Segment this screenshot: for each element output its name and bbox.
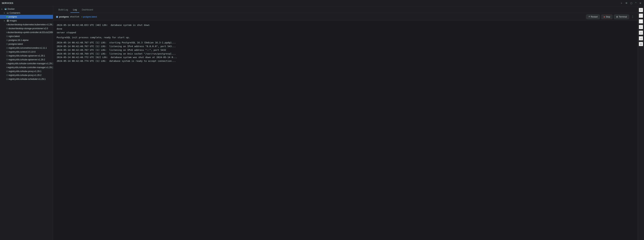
image-name: docker/desktop-kubernetes:kubernetes-v1.… (8, 23, 53, 26)
image-name: registry.k8s.io/kube-apiserver:v1.29.1 (8, 54, 45, 57)
image-name: postgres:latest (8, 43, 23, 45)
image-name: registry.k8s.io/kube-proxy:v1.29.1 (8, 70, 42, 72)
list-item[interactable]: docker/desktop-storage-provisioner:v2.0 (0, 26, 53, 30)
log-line: 2024-05-14 08:42:48.769 UTC [1] LOG: lis… (57, 52, 634, 56)
terminal-label: Terminal (619, 16, 627, 18)
image-dot (6, 51, 8, 52)
terminal-icon: ▤ (616, 16, 618, 18)
eye-button[interactable]: 👁 (624, 2, 628, 5)
sidebar-item-containers[interactable]: 🗂 Containers (0, 11, 53, 15)
log-line: 2024-05-14 08:42:48.767 UTC [1] LOG: lis… (57, 48, 634, 52)
scroll-down-icon[interactable]: ↓ (639, 19, 643, 24)
add-button[interactable]: ＋ (620, 1, 624, 5)
image-dot (6, 78, 8, 80)
expand-button[interactable]: ⬡ (630, 2, 633, 5)
top-bar: Services ＋ 👁 ⬡ ⌃ ✕ (0, 0, 644, 6)
images-icon: 🖼 (7, 20, 9, 22)
image-dot (6, 43, 8, 45)
right-panel: 👁 ↑ ↓ ≡ ⊟ 🖨 🗑 (638, 6, 644, 240)
filter-icon[interactable]: ≡ (639, 25, 643, 30)
list-item[interactable]: nginx:latest (0, 34, 53, 38)
log-line: 2024-05-14 08:42:48.653 UTC [48] LOG: da… (57, 23, 634, 27)
containers-chevron (4, 12, 6, 14)
image-dot (6, 36, 8, 37)
docker-icon: 🐳 (4, 8, 7, 10)
image-dot (6, 59, 8, 60)
log-line: server stopped (57, 31, 634, 34)
list-item[interactable]: registry.k8s.io/kube-scheduler:v1.29.1 (0, 77, 53, 81)
image-name: nginx:latest (8, 35, 20, 38)
more-options-button[interactable]: ⋮ (630, 14, 635, 19)
sidebar-item-postgres[interactable]: postgres (0, 15, 53, 19)
scroll-up-icon[interactable]: ↑ (639, 14, 643, 18)
log-line: 2024-05-14 08:42:48.767 UTC [1] LOG: sta… (57, 41, 634, 44)
container-icon: ▣ (56, 16, 58, 18)
list-item[interactable]: registry.k8s.io/kube-proxy:v1.29.1 (0, 70, 53, 73)
image-name: registry.k8s.io/kube-controller-manager:… (8, 66, 53, 69)
log-area[interactable]: 2024-05-14 08:42:48.653 UTC [48] LOG: da… (53, 20, 638, 240)
image-dot (6, 67, 7, 68)
image-name: docker/desktop-vpnkit-controller:dc331cb… (8, 31, 53, 34)
sidebar: 🐳 Docker 🗂 Containers postgres 🖼 Images … (0, 6, 53, 240)
docker-label: Docker (8, 8, 15, 10)
restart-label: Restart (591, 16, 598, 18)
tab-dashboard[interactable]: Dashboard (79, 7, 96, 13)
tab-build-log[interactable]: Build Log (56, 7, 70, 13)
list-item[interactable]: registry.k8s.io/coredns/coredns:v1.11.1 (0, 46, 53, 50)
list-item[interactable]: registry.k8s.io/kube-controller-manager:… (0, 66, 53, 70)
images-label: Images (10, 20, 17, 22)
containers-label: Containers (10, 12, 20, 14)
image-name: registry.k8s.io/kube-apiserver:v1.29.2 (8, 58, 45, 61)
eye-panel-icon[interactable]: 👁 (639, 8, 643, 12)
trash-icon[interactable]: 🗑 (639, 42, 643, 46)
image-name: registry.k8s.io/kube-scheduler:v1.29.1 (8, 78, 46, 80)
image-dot (6, 24, 7, 25)
image-dot (6, 70, 8, 72)
wrap-icon[interactable]: ⊟ (639, 30, 643, 35)
terminal-button[interactable]: ▤ Terminal (614, 14, 629, 19)
log-line: done (57, 27, 634, 31)
list-item[interactable]: registry.k8s.io/kube-proxy:v1.29.2 (0, 73, 53, 77)
image-dot (6, 32, 7, 33)
list-item[interactable]: postgres:latest (0, 42, 53, 46)
image-name: registry.k8s.io/etcd:3.5.10-0 (8, 50, 36, 53)
sidebar-item-docker[interactable]: 🐳 Docker (0, 7, 53, 11)
header-actions: ↺ Restart ■ Stop ▤ Terminal ⋮ (586, 14, 635, 19)
sidebar-item-images[interactable]: 🖼 Images (0, 19, 53, 23)
image-name: registry.k8s.io/kube-proxy:v1.29.2 (8, 74, 42, 76)
image-dot (6, 63, 7, 64)
list-item[interactable]: registry.k8s.io/kube-apiserver:v1.29.2 (0, 58, 53, 62)
tab-bar: Build Log Log Dashboard (53, 6, 638, 13)
main-layout: 🐳 Docker 🗂 Containers postgres 🖼 Images … (0, 6, 644, 240)
print-icon[interactable]: 🖨 (639, 36, 643, 41)
container-name-group: ▣ postgres a6aa31a6 (56, 16, 79, 18)
top-bar-icons: ＋ 👁 ⬡ ⌃ ✕ (620, 1, 642, 5)
container-tag[interactable]: postgres:latest (82, 16, 97, 18)
list-item[interactable]: registry.k8s.io/kube-apiserver:v1.29.1 (0, 54, 53, 58)
containers-icon: 🗂 (7, 12, 9, 14)
close-button[interactable]: ✕ (639, 2, 642, 5)
list-item[interactable]: docker/desktop-kubernetes:kubernetes-v1.… (0, 23, 53, 26)
list-item[interactable]: docker/desktop-vpnkit-controller:dc331cb… (0, 30, 53, 34)
container-name-label: postgres (59, 16, 69, 18)
tab-log[interactable]: Log (70, 7, 79, 13)
image-name: docker/desktop-storage-provisioner:v2.0 (8, 27, 48, 30)
image-dot (6, 55, 8, 56)
docker-chevron (2, 8, 4, 10)
image-name: postgres:16.1-alpine (8, 39, 28, 42)
container-header: ▣ postgres a6aa31a6 postgres:latest ↺ Re… (53, 13, 638, 20)
list-item[interactable]: postgres:16.1-alpine (0, 38, 53, 42)
log-line: 2024-05-14 08:42:48.772 UTC [62] LOG: da… (57, 56, 634, 59)
list-item[interactable]: registry.k8s.io/kube-controller-manager:… (0, 62, 53, 66)
log-line: PostgreSQL init process complete; ready … (57, 36, 634, 40)
image-dot (6, 74, 8, 76)
restart-button[interactable]: ↺ Restart (586, 14, 600, 19)
collapse-button[interactable]: ⌃ (634, 2, 638, 5)
container-tag-label: postgres:latest (83, 16, 97, 18)
log-line: 2024-05-14 08:42:48.767 UTC [1] LOG: lis… (57, 44, 634, 48)
running-indicator (6, 16, 8, 18)
image-dot (6, 47, 8, 49)
stop-button[interactable]: ■ Stop (601, 14, 612, 19)
image-dot (6, 28, 8, 29)
list-item[interactable]: registry.k8s.io/etcd:3.5.10-0 (0, 50, 53, 54)
